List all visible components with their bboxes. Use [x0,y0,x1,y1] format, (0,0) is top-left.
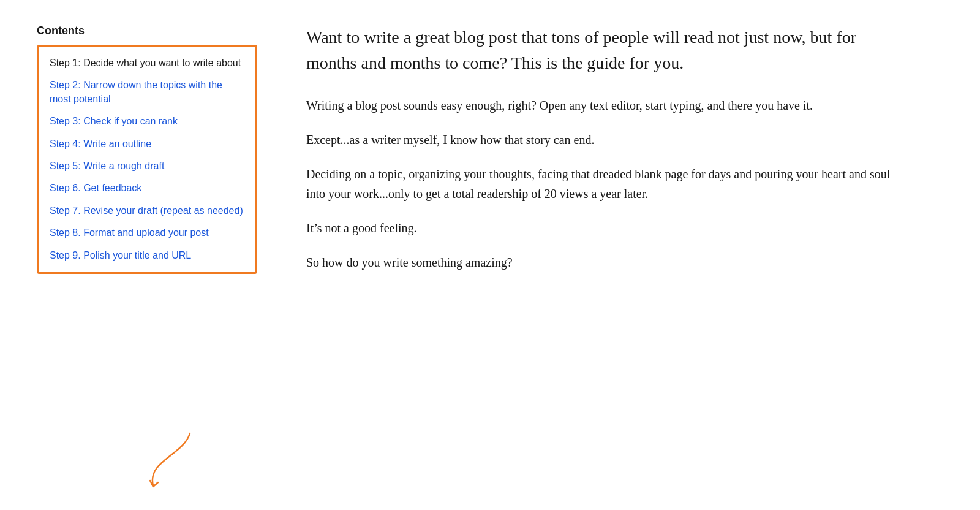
arrow-container [135,430,208,492]
toc-item-step2[interactable]: Step 2: Narrow down the topics with the … [50,78,244,106]
toc-item-step8[interactable]: Step 8. Format and upload your post [50,226,244,240]
toc-item-step9[interactable]: Step 9. Polish your title and URL [50,249,244,262]
body-paragraph-2: Except...as a writer myself, I know how … [306,130,894,150]
left-panel: Contents Step 1: Decide what you want to… [37,25,282,485]
toc-item-step5[interactable]: Step 5: Write a rough draft [50,159,244,173]
body-paragraph-5: So how do you write something amazing? [306,253,894,272]
body-paragraph-3: Deciding on a topic, organizing your tho… [306,164,894,204]
body-paragraph-4: It’s not a good feeling. [306,218,894,238]
toc-item-step4[interactable]: Step 4: Write an outline [50,137,244,151]
toc-item-step3[interactable]: Step 3: Check if you can rank [50,115,244,128]
toc-item-step6[interactable]: Step 6. Get feedback [50,181,244,195]
body-paragraph-1: Writing a blog post sounds easy enough, … [306,96,894,115]
intro-paragraph: Want to write a great blog post that ton… [306,25,894,76]
right-panel: Want to write a great blog post that ton… [282,25,894,485]
toc-item-step7[interactable]: Step 7. Revise your draft (repeat as nee… [50,204,244,218]
contents-title: Contents [37,25,257,37]
toc-box: Step 1: Decide what you want to write ab… [37,45,257,274]
toc-item-step1: Step 1: Decide what you want to write ab… [50,56,244,70]
